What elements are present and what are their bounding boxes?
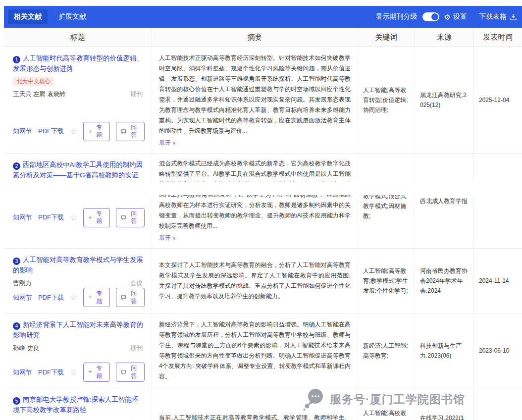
authors: 孙峰 史良 [13, 344, 39, 353]
source-cell: 黑龙江高教研究.2025(12) [415, 47, 474, 153]
literature-page: 相关文献 扩展文献 显示期刊分级 ⚙ 设置 下载表格 [0, 0, 522, 420]
pdf-download-link[interactable]: PDF下载 [38, 213, 64, 222]
abstract-text: 新经济背景下，人工智能对高等教育的影响日益增强。明确人工智能在高等教育领域的发展… [159, 319, 351, 382]
chat-icon [121, 215, 126, 220]
journal-grade-toggle[interactable] [422, 12, 439, 21]
abstract-cell: 混合式教学模式已经成为高校教学模式的新常态，它为高校教学数字化战略转型提供了平台… [152, 154, 358, 248]
title-cell: 5南京邮电大学教授卢锋:探索人工智能环境下高校教学改革新路径 余娟 期刊 知网节… [4, 388, 152, 420]
cnki-node-link[interactable]: 知网节 [13, 127, 32, 136]
rank-badge: 2 [13, 162, 20, 170]
star-icon[interactable]: ☆ [70, 127, 77, 136]
watermark: 服务号·厦门工学院图书馆 [303, 387, 465, 411]
title-cell: 2西部地区高校中AI教学工具使用的制约因素分析及对策——基于G省高校教师的实证研… [4, 154, 152, 248]
expand-link[interactable]: 展开∨ [159, 234, 176, 242]
date-cell: 2025-12-04 [474, 47, 522, 153]
qa-button[interactable]: 问答 [116, 208, 145, 227]
column-header-keywords: 关键词 [358, 28, 415, 47]
add-topic-button[interactable]: +专题 [83, 288, 110, 307]
star-icon[interactable]: ☆ [70, 213, 77, 222]
abstract-text: 当前,人工智能技术正在对高等教育教学模式、教学管理、教师和学生、教学评价等产生重… [159, 413, 351, 420]
watermark-text: 服务号·厦门工学院图书馆 [330, 392, 465, 407]
paper-title-link[interactable]: 南京邮电大学教授卢锋:探索人工智能环境下高校教学改革新路径 [13, 396, 138, 414]
column-header-abstract: 摘要 [152, 28, 358, 47]
authors: 曹刚力 [13, 279, 32, 288]
qa-button[interactable]: 问答 [116, 122, 145, 141]
row-actions: 知网节 PDF下载 ☆ +专题 问答 [13, 208, 145, 227]
chat-icon [121, 369, 126, 375]
cnki-node-link[interactable]: 知网节 [13, 293, 32, 302]
tab-bar: 相关文献 扩展文献 [8, 9, 92, 24]
tab-extended-literature[interactable]: 扩展文献 [52, 9, 92, 24]
star-icon[interactable]: ☆ [70, 293, 77, 302]
column-header-date: 发表时间 [474, 28, 522, 47]
add-topic-button[interactable]: +专题 [83, 122, 110, 141]
rank-badge: 4 [13, 322, 20, 330]
keywords-cell: 人工智能;高等教育转型;价值逻辑;协同治理; [358, 47, 415, 153]
chevron-down-icon: ∨ [172, 140, 176, 146]
rank-badge: 5 [13, 397, 20, 405]
journal-grade-label: 显示期刊分级 [376, 12, 418, 21]
download-table-button[interactable]: 下载表格 [479, 12, 517, 21]
row-actions: 知网节 PDF下载 ☆ +专题 问答 [13, 122, 145, 141]
toolbar: 相关文献 扩展文献 显示期刊分级 ⚙ 设置 下载表格 [4, 6, 522, 28]
chat-icon [121, 295, 126, 300]
toggle-knob [431, 13, 438, 20]
keywords-cell: 新经济;人工智能;高等教育; [358, 314, 415, 388]
source-cell: 西北成人教育学报 [415, 154, 474, 248]
qa-button[interactable]: 问答 [116, 288, 145, 307]
add-topic-button[interactable]: +专题 [83, 363, 110, 382]
rank-badge: 3 [13, 258, 20, 265]
title-cell: 4新经济背景下人工智能对未来高等教育的影响研究 孙峰 史良 期刊 知网节 PDF… [4, 314, 152, 388]
qa-button[interactable]: 问答 [116, 363, 145, 382]
star-icon[interactable]: ☆ [70, 368, 77, 376]
plus-icon: + [88, 368, 92, 376]
tab-related-literature[interactable]: 相关文献 [8, 9, 48, 24]
add-topic-button[interactable]: +专题 [83, 208, 110, 227]
settings-button[interactable]: ⚙ 设置 [444, 12, 467, 21]
table-row: 2西部地区高校中AI教学工具使用的制约因素分析及对策——基于G省高校教师的实证研… [4, 154, 522, 249]
abstract-cell: 人工智能技术正驱动高等教育经历深刻转型。针对智能技术如何突破教学时空局限、消弭学… [152, 47, 358, 153]
plus-icon: + [88, 128, 92, 136]
table-header: 标题 摘要 关键词 来源 发表时间 [4, 28, 522, 47]
chevron-down-icon: ∨ [172, 235, 176, 241]
download-icon [510, 13, 517, 21]
keywords-cell: AI教学工具;传统教学模式;混合式教学模式;因材施教; [358, 154, 415, 248]
source-cell: 河南省民办教育协会2024年学术年会.2024 [415, 249, 474, 313]
publication-type: 期刊 [130, 90, 143, 99]
date-cell: 2024-11-14 [474, 249, 522, 313]
pdf-download-link[interactable]: PDF下载 [38, 293, 64, 302]
publication-type: 会议 [130, 279, 143, 288]
title-cell: 1人工智能时代高等教育转型的价值逻辑、发展形态与创新进路 北大中文核心 王天兵 … [4, 47, 152, 153]
row-actions: 知网节 PDF下载 ☆ +专题 问答 [13, 288, 145, 307]
pdf-download-link[interactable]: PDF下载 [38, 368, 64, 377]
source-cell: 科技创新与生产力.2023(06) [415, 314, 474, 388]
toolbar-right: 显示期刊分级 ⚙ 设置 下载表格 [376, 12, 517, 21]
paper-title-link[interactable]: 人工智能对高等教育教学模式与学生发展的影响 [13, 256, 143, 274]
gear-icon: ⚙ [444, 13, 451, 21]
paper-title-link[interactable]: 新经济背景下人工智能对未来高等教育的影响研究 [13, 321, 143, 339]
plus-icon: + [88, 294, 92, 302]
publication-type: 期刊 [130, 344, 143, 353]
column-header-title: 标题 [4, 28, 152, 47]
table-row: 4新经济背景下人工智能对未来高等教育的影响研究 孙峰 史良 期刊 知网节 PDF… [4, 314, 522, 388]
date-cell: 2023-06-10 [474, 314, 522, 388]
date-cell [474, 154, 522, 248]
core-journal-badge: 北大中文核心 [13, 77, 54, 86]
table-row: 3人工智能对高等教育教学模式与学生发展的影响 曹刚力 会议 知网节 PDF下载 … [4, 249, 522, 314]
pdf-download-link[interactable]: PDF下载 [38, 127, 64, 136]
cnki-node-link[interactable]: 知网节 [13, 368, 32, 377]
abstract-cell: 新经济背景下，人工智能对高等教育的影响日益增强。明确人工智能在高等教育领域的发展… [152, 314, 358, 388]
abstract-cell: 本文探讨了人工智能技术与高等教育的融合，分析了人工智能对高等教育教学模式及学生发… [152, 249, 358, 313]
service-account-icon [303, 387, 325, 411]
paper-title-link[interactable]: 人工智能时代高等教育转型的价值逻辑、发展形态与创新进路 [13, 54, 143, 72]
cnki-node-link[interactable]: 知网节 [13, 213, 32, 222]
table-row: 1人工智能时代高等教育转型的价值逻辑、发展形态与创新进路 北大中文核心 王天兵 … [4, 47, 522, 154]
row-actions: 知网节 PDF下载 ☆ +专题 问答 [13, 363, 145, 382]
column-header-source: 来源 [415, 28, 474, 47]
abstract-text: 人工智能技术正驱动高等教育经历深刻转型。针对智能技术如何突破教学时空局限、消弭学… [159, 53, 351, 136]
authors: 王天兵 左腾 袁晓铃 [13, 90, 66, 99]
chat-icon [121, 129, 126, 134]
plus-icon: + [88, 214, 92, 222]
expand-link[interactable]: 展开∨ [159, 139, 176, 147]
settings-label: 设置 [453, 12, 467, 21]
